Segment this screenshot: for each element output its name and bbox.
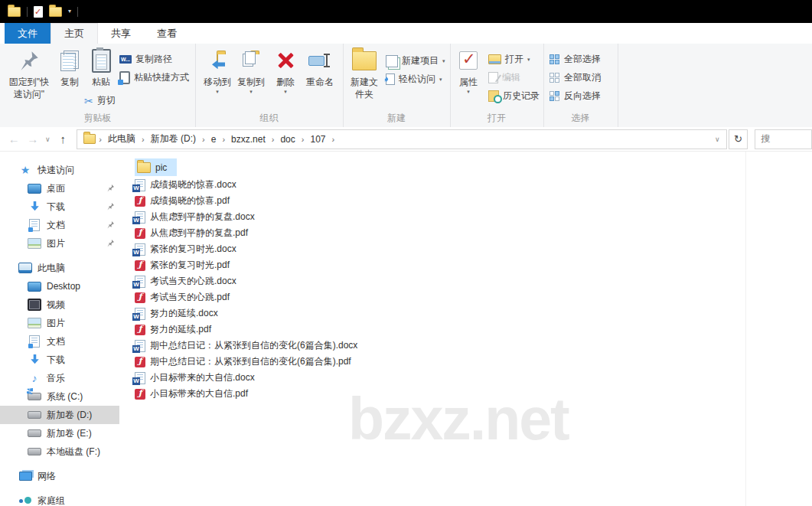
qat-new-folder-icon[interactable] <box>49 7 62 17</box>
history-button[interactable]: 历史记录 <box>488 90 540 103</box>
sidebar-item-drive-d[interactable]: 新加卷 (D:) <box>0 406 119 424</box>
copy-button[interactable]: 复制 <box>55 47 84 89</box>
file-item[interactable]: 紧张的复习时光.docx <box>135 241 357 257</box>
tab-home[interactable]: 主页 <box>51 23 98 44</box>
new-folder-button[interactable]: 新建文件夹 <box>349 47 380 100</box>
file-item[interactable]: 考试当天的心跳.pdf <box>135 289 357 305</box>
recent-locations-chevron-icon[interactable]: ∨ <box>42 135 54 143</box>
breadcrumb-drive-d[interactable]: 新加卷 (D:) <box>146 132 201 145</box>
file-name: 小目标带来的大自信.pdf <box>150 387 248 400</box>
forward-button[interactable]: → <box>23 132 41 145</box>
breadcrumb[interactable]: › 此电脑 › 新加卷 (D:) › e › bzxz.net › doc › … <box>77 129 726 149</box>
sidebar-item-drive-c[interactable]: 系统 (C:) <box>0 387 119 406</box>
paste-shortcut-icon <box>119 71 130 84</box>
sidebar-item-drive-e[interactable]: 新加卷 (E:) <box>0 424 119 442</box>
file-item[interactable]: 小目标带来的大自信.docx <box>135 370 357 386</box>
select-none-icon <box>549 73 560 83</box>
drive-icon <box>28 429 41 437</box>
up-button[interactable]: ↑ <box>54 132 72 145</box>
address-dropdown-chevron-icon[interactable]: ∨ <box>715 135 723 143</box>
copy-path-button[interactable]: 复制路径 <box>119 53 172 66</box>
sidebar-item-downloads[interactable]: 下载 <box>0 351 119 369</box>
cut-button[interactable]: ✂ 剪切 <box>84 94 116 107</box>
caret-down-icon: ▾ <box>216 89 219 94</box>
breadcrumb-bzxz-net[interactable]: bzxz.net <box>227 134 270 145</box>
sidebar-item-this-pc[interactable]: 此电脑 <box>0 259 119 277</box>
breadcrumb-e[interactable]: e <box>207 134 221 145</box>
pin-icon <box>106 184 115 192</box>
copy-to-button[interactable]: 复制到 ▾ <box>234 47 268 94</box>
search-input[interactable]: 搜 <box>755 129 812 149</box>
copy-path-label: 复制路径 <box>135 53 172 66</box>
sidebar-item-downloads-qa[interactable]: 下载 <box>0 198 119 216</box>
qat-explorer-icon[interactable] <box>8 7 21 17</box>
breadcrumb-this-pc[interactable]: 此电脑 <box>103 132 140 145</box>
file-item[interactable]: 从焦虑到平静的复盘.pdf <box>135 225 357 241</box>
file-item[interactable]: 期中总结日记：从紧张到自信的变化(6篇合集).pdf <box>135 354 357 370</box>
select-all-button[interactable]: 全部选择 <box>549 53 601 66</box>
rename-icon <box>308 47 331 73</box>
sidebar-item-homegroup[interactable]: 家庭组 <box>0 491 119 506</box>
move-to-button[interactable]: 移动到 ▾ <box>201 47 234 94</box>
breadcrumb-107[interactable]: 107 <box>305 134 330 145</box>
properties-button[interactable]: 属性 ▾ <box>455 47 482 94</box>
word-file-icon <box>135 211 145 224</box>
paste-shortcut-button[interactable]: 粘贴快捷方式 <box>119 71 189 84</box>
new-item-button[interactable]: 新建项目 ▾ <box>386 54 445 67</box>
sidebar-item-desktop-qa[interactable]: 桌面 <box>0 179 119 198</box>
file-item[interactable]: 从焦虑到平静的复盘.docx <box>135 209 357 225</box>
file-item[interactable]: 紧张的复习时光.pdf <box>135 257 357 273</box>
select-none-button[interactable]: 全部取消 <box>549 71 601 84</box>
qat-properties-icon[interactable] <box>34 6 43 18</box>
sidebar-item-quick-access[interactable]: ★ 快速访问 <box>0 161 119 179</box>
folder-icon <box>137 162 151 173</box>
caret-down-icon: ▾ <box>439 77 442 82</box>
new-folder-icon <box>352 47 377 73</box>
sidebar-item-drive-f[interactable]: 本地磁盘 (F:) <box>0 442 119 461</box>
edit-button[interactable]: 编辑 <box>488 71 520 84</box>
file-item[interactable]: 期中总结日记：从紧张到自信的变化(6篇合集).docx <box>135 338 357 354</box>
open-label: 打开 <box>505 53 523 66</box>
sidebar-item-pictures-qa[interactable]: 图片 <box>0 234 119 253</box>
paste-label: 粘贴 <box>92 77 110 89</box>
file-item[interactable]: 小目标带来的大自信.pdf <box>135 386 357 402</box>
open-button[interactable]: 打开 ▾ <box>488 53 530 66</box>
open-folder-icon <box>488 54 501 64</box>
file-item[interactable]: 考试当天的心跳.docx <box>135 273 357 289</box>
pin-to-quick-access-label: 固定到"快速访问" <box>6 77 52 100</box>
file-name: 期中总结日记：从紧张到自信的变化(6篇合集).pdf <box>150 355 351 368</box>
select-all-label: 全部选择 <box>564 53 601 66</box>
sidebar-item-network[interactable]: 网络 <box>0 467 119 485</box>
paste-button[interactable]: 粘贴 <box>86 47 116 89</box>
sidebar-item-videos[interactable]: 视频 <box>0 295 119 314</box>
invert-selection-button[interactable]: 反向选择 <box>549 90 601 103</box>
tab-share[interactable]: 共享 <box>98 23 144 44</box>
file-item[interactable]: 成绩揭晓的惊喜.pdf <box>135 193 357 209</box>
select-group-label: 选择 <box>543 112 618 125</box>
sidebar-item-documents-qa[interactable]: 文档 <box>0 216 119 234</box>
sidebar-item-desktop[interactable]: Desktop <box>0 277 119 295</box>
back-button[interactable]: ← <box>5 132 23 145</box>
file-item[interactable]: 努力的延续.pdf <box>135 322 357 338</box>
tab-view[interactable]: 查看 <box>144 23 190 44</box>
file-list: pic 成绩揭晓的惊喜.docx 成绩揭晓的惊喜.pdf 从焦虑到平静的复盘.d… <box>135 158 357 402</box>
select-all-icon <box>549 54 560 65</box>
rename-button[interactable]: 重命名 <box>301 47 339 89</box>
file-item[interactable]: 成绩揭晓的惊喜.docx <box>135 177 357 193</box>
qat-separator <box>27 7 28 17</box>
caret-down-icon: ▾ <box>442 58 445 64</box>
sidebar-item-pictures[interactable]: 图片 <box>0 314 119 332</box>
tab-file[interactable]: 文件 <box>5 23 51 44</box>
easy-access-button[interactable]: 轻松访问 ▾ <box>386 73 442 86</box>
qat-customize-chevron-icon[interactable]: ▾ <box>68 8 71 15</box>
ribbon-tab-row: 文件 主页 共享 查看 <box>0 23 812 44</box>
ribbon-group-clipboard: 固定到"快速访问" 复制 粘贴 复制路径 粘贴快捷方式 ✂ 剪切 <box>0 44 196 127</box>
pin-to-quick-access-button[interactable]: 固定到"快速访问" <box>6 47 52 100</box>
delete-button[interactable]: 删除 ▾ <box>272 47 299 94</box>
breadcrumb-doc[interactable]: doc <box>276 134 299 145</box>
file-item[interactable]: 努力的延续.docx <box>135 305 357 322</box>
sidebar-item-documents[interactable]: 文档 <box>0 332 119 351</box>
sidebar-item-music[interactable]: ♪ 音乐 <box>0 369 119 387</box>
refresh-button[interactable]: ↻ <box>729 129 748 149</box>
file-item-folder-pic[interactable]: pic <box>135 158 177 176</box>
